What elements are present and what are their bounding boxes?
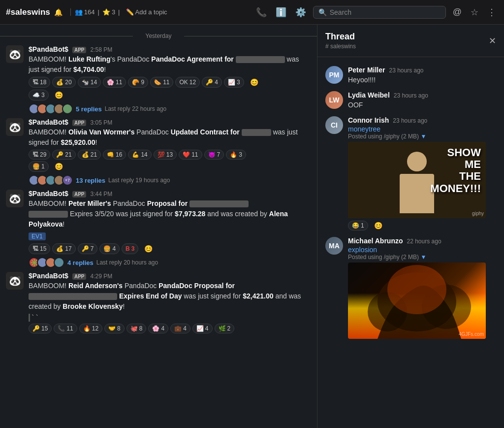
thread-avatar: CI — [325, 116, 343, 134]
app-badge: APP — [72, 273, 87, 280]
msg-text: BAMBOOM! Olivia Van Wormer's PandaDoc Up… — [29, 127, 311, 148]
msg-content: $PandaBot$ APP 4:29 PM BAMBOOM! Reid And… — [29, 272, 311, 333]
thread-msg-header: Peter Miller 23 hours ago — [348, 66, 496, 74]
at-icon[interactable]: @ — [451, 5, 464, 19]
reply-count[interactable]: 13 replies — [76, 177, 105, 184]
reaction[interactable]: 😈 7 — [204, 150, 224, 160]
msg-time: 3:44 PM — [90, 191, 112, 198]
thread-message: PM Peter Miller 23 hours ago Heyoo!!!! — [317, 63, 504, 88]
explosion-svg — [348, 263, 486, 339]
reaction[interactable]: 🌿 2 — [215, 324, 235, 333]
msg-time: 3:05 PM — [90, 119, 112, 126]
msg-author: $PandaBot$ — [29, 118, 68, 126]
thread-giphy-label: Posted using /giphy (2 MB) ▼ — [348, 133, 496, 140]
message-row: 🐼 $PandaBot$ APP 3:44 PM BAMBOOM! Peter … — [0, 188, 317, 270]
reaction[interactable]: 🤝 8 — [104, 324, 125, 333]
reaction[interactable]: 📞 11 — [54, 324, 77, 333]
reply-count[interactable]: 4 replies — [67, 259, 94, 266]
reaction[interactable]: ❤️ 11 — [179, 150, 202, 160]
thread-avatar: MA — [325, 237, 343, 255]
reactions-row-2: 🍔 1 😊 — [29, 161, 311, 172]
reaction[interactable]: 🌭 11 — [150, 77, 173, 88]
reaction[interactable]: 🏗 29 — [29, 150, 50, 160]
reaction[interactable]: 🏗 15 — [29, 243, 50, 254]
close-thread-button[interactable]: ✕ — [489, 35, 496, 46]
add-reaction-button[interactable]: 😊 — [246, 77, 262, 88]
reaction[interactable]: 📈 4 — [192, 324, 213, 333]
add-reaction-button[interactable]: 😊 — [370, 220, 386, 231]
msg-content: $PandaBot$ APP 3:44 PM BAMBOOM! Peter Mi… — [29, 190, 311, 268]
header-left: #saleswins 🔔 👥 164 | ⭐ 3 | ✏️ Add a topi… — [6, 7, 254, 17]
thread-channel: # saleswins — [325, 43, 356, 50]
channel-name: #saleswins — [6, 7, 50, 17]
reply-time: Last reply 19 hours ago — [108, 177, 170, 184]
replies-row: 5 replies Last reply 22 hours ago — [29, 103, 311, 114]
info-icon[interactable]: ℹ️ — [274, 5, 288, 20]
bookmark-icon[interactable]: ☆ — [469, 5, 480, 20]
reaction[interactable]: 🐙 8 — [126, 324, 147, 333]
msg-header: $PandaBot$ APP 2:58 PM — [29, 45, 311, 53]
reaction[interactable]: 🔑 7 — [78, 243, 98, 254]
star-icon: ⭐ — [102, 8, 110, 16]
reaction[interactable]: 💰 17 — [52, 243, 75, 254]
reply-avatar — [62, 103, 73, 114]
add-topic-button[interactable]: ✏️ Add a topic — [126, 8, 167, 16]
thread-message: CI Connor Irish 23 hours ago moneytree P… — [317, 113, 504, 234]
giphy-image: SHOWMETHEMONEY!!! giphy — [348, 142, 486, 218]
reaction[interactable]: 🌸 11 — [103, 77, 126, 88]
reaction[interactable]: 🍔 1 — [29, 161, 49, 172]
add-reaction-button[interactable]: 😊 — [51, 161, 67, 172]
app-badge: APP — [72, 120, 87, 126]
reactions-row: 🏗 15 💰 17 🔑 7 🍔 4 B 3 😊 — [29, 243, 311, 254]
bell-icon[interactable]: 🔔 — [54, 8, 63, 16]
reply-time: Last reply 22 hours ago — [105, 105, 166, 112]
thread-author: Peter Miller — [348, 66, 385, 74]
reaction[interactable]: 💰 20 — [52, 77, 75, 88]
reaction[interactable]: 💯 13 — [154, 150, 177, 160]
person-icon: 👥 — [75, 8, 83, 16]
reaction[interactable]: 💪 14 — [128, 150, 151, 160]
thread-msg-header: Connor Irish 23 hours ago — [348, 116, 496, 124]
phone-icon[interactable]: 📞 — [254, 5, 269, 20]
message-row: 🐼 $PandaBot$ APP 2:58 PM BAMBOOM! Luke R… — [0, 43, 317, 116]
thread-link[interactable]: moneytree — [348, 125, 496, 133]
reaction[interactable]: ☁️ 3 — [29, 90, 49, 100]
reaction[interactable]: B 3 — [122, 243, 138, 254]
reaction[interactable]: 🌸 4 — [148, 324, 168, 333]
search-box[interactable]: 🔍 Search — [313, 6, 446, 19]
thread-avatar: PM — [325, 66, 343, 84]
reactions-row-2: ☁️ 3 😊 — [29, 90, 311, 100]
thread-title: Thread — [325, 32, 356, 42]
reaction[interactable]: 💰 21 — [78, 150, 101, 160]
reaction[interactable]: 📈 3 — [224, 77, 244, 88]
app-badge: APP — [72, 47, 87, 53]
reaction[interactable]: 🔥 12 — [79, 324, 102, 333]
search-placeholder: Search — [330, 8, 351, 16]
add-reaction-button[interactable]: 😊 — [140, 243, 157, 254]
reaction[interactable]: 🐄 14 — [78, 77, 101, 88]
reaction[interactable]: 👊 16 — [103, 150, 126, 160]
add-reaction-button-2[interactable]: 😊 — [51, 90, 67, 100]
reaction[interactable]: 🔑 15 — [29, 324, 52, 333]
reply-count[interactable]: 5 replies — [76, 105, 102, 113]
reaction[interactable]: 😂 1 — [348, 221, 368, 230]
more-icon[interactable]: ⋮ — [485, 5, 498, 20]
reaction[interactable]: 🏗 18 — [29, 77, 50, 88]
reply-avatar — [54, 257, 64, 268]
replies-row: ✳️ 4 replies Last reply 20 hours ago — [29, 257, 311, 268]
thread-message: MA Michael Abrunzo 22 hours ago explosio… — [317, 234, 504, 342]
reply-time: Last reply 20 hours ago — [96, 259, 158, 266]
thread-link[interactable]: explosion — [348, 246, 496, 254]
header-meta: 👥 164 | ⭐ 3 | ✏️ Add a topic — [70, 8, 167, 16]
reaction[interactable]: 💼 4 — [170, 324, 190, 333]
reaction[interactable]: 🍔 4 — [99, 243, 120, 254]
msg-time: 2:58 PM — [90, 46, 112, 53]
avatar: 🐼 — [6, 190, 24, 207]
reaction[interactable]: 🔑 21 — [52, 150, 75, 160]
reaction[interactable]: 🔑 4 — [202, 77, 222, 88]
reaction[interactable]: 🥐 9 — [128, 77, 148, 88]
reaction[interactable]: OK 12 — [175, 77, 200, 88]
reaction[interactable]: 🔥 3 — [226, 150, 246, 160]
search-icon: 🔍 — [318, 8, 327, 16]
settings-icon[interactable]: ⚙️ — [293, 5, 308, 20]
